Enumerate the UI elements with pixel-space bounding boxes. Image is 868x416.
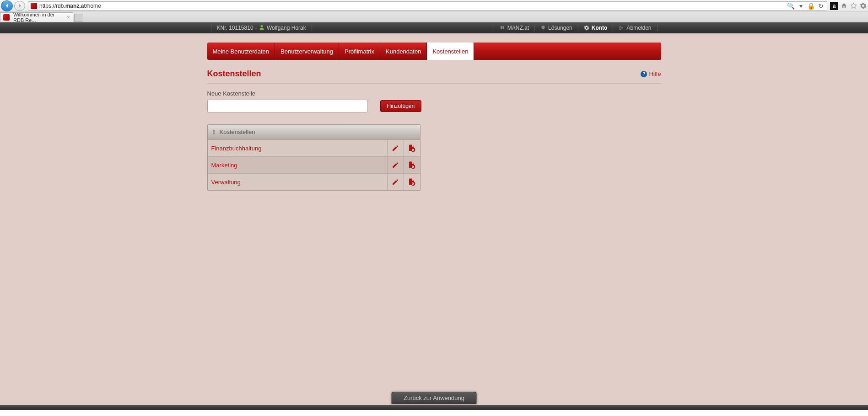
logout-icon (619, 25, 624, 31)
table-row: Marketing (208, 156, 420, 173)
help-link[interactable]: ? Hilfe (641, 70, 661, 77)
edit-button[interactable] (387, 140, 404, 156)
row-name[interactable]: Finanzbuchhaltung (208, 140, 387, 156)
browser-toolbar: https://rdb.manz.at/home 🔍 ▾ 🔒 ↻ a (0, 0, 868, 12)
header-abmelden-link[interactable]: Abmelden (617, 22, 653, 33)
site-favicon-icon (30, 2, 38, 10)
url-bar[interactable]: https://rdb.manz.at/home 🔍 ▾ 🔒 ↻ (28, 1, 827, 11)
lock-icon: 🔒 (807, 2, 815, 10)
new-tab-button[interactable] (74, 14, 83, 22)
home-icon[interactable] (840, 2, 848, 10)
delete-button[interactable] (404, 157, 420, 173)
lightbulb-icon (540, 25, 546, 31)
row-name[interactable]: Verwaltung (208, 174, 387, 190)
user-name: Wolfgang Horak (267, 25, 306, 31)
tab-title: Willkommen in der RDB Re... (13, 12, 65, 23)
kostenstelle-input[interactable] (207, 100, 367, 112)
nav-tab-2[interactable]: Profilmatrix (339, 43, 380, 60)
table-row: Verwaltung (208, 173, 420, 190)
page-body: Meine BenutzerdatenBenutzerverwaltungPro… (0, 33, 868, 405)
header-manz-link[interactable]: MANZ.at (498, 22, 531, 33)
nav-tab-1[interactable]: Benutzerverwaltung (275, 43, 339, 60)
favorite-icon[interactable] (849, 2, 857, 10)
amazon-button[interactable]: a (830, 2, 838, 10)
footer-bar (0, 405, 868, 410)
help-icon: ? (641, 71, 647, 77)
nav-back-button[interactable] (1, 0, 13, 11)
table-row: Finanzbuchhaltung (208, 139, 420, 156)
nav-tab-3[interactable]: Kundendaten (380, 43, 427, 60)
nav-tabs: Meine BenutzerdatenBenutzerverwaltungPro… (207, 43, 661, 60)
header-loesungen-link[interactable]: Lösungen (539, 22, 574, 33)
edit-button[interactable] (387, 157, 404, 173)
tab-favicon-icon (3, 14, 10, 21)
browser-tab-bar: Willkommen in der RDB Re... × (0, 12, 868, 22)
url-text: https://rdb.manz.at/home (39, 3, 101, 9)
edit-button[interactable] (387, 174, 404, 190)
customer-number: KNr. 10115810 - Wolfgang Horak (215, 22, 308, 33)
delete-button[interactable] (404, 140, 420, 156)
table-header[interactable]: ▲▼ Kostenstellen (208, 125, 420, 139)
nav-tab-4[interactable]: Kostenstellen (427, 43, 474, 60)
back-to-app-button[interactable]: Zurück zur Anwendung (391, 392, 477, 404)
kostenstellen-table: ▲▼ Kostenstellen FinanzbuchhaltungMarket… (207, 124, 421, 191)
nav-tab-0[interactable]: Meine Benutzerdaten (207, 43, 275, 60)
app-header: KNr. 10115810 - Wolfgang Horak MANZ.at L… (0, 22, 868, 33)
gear-icon (584, 25, 589, 31)
book-icon (500, 25, 505, 31)
tab-close-icon[interactable]: × (67, 14, 70, 21)
table-header-label: Kostenstellen (220, 128, 255, 135)
browser-tab[interactable]: Willkommen in der RDB Re... × (0, 12, 73, 22)
add-button[interactable]: Hinzufügen (380, 100, 422, 112)
delete-button[interactable] (404, 174, 420, 190)
user-icon (259, 25, 264, 32)
refresh-icon[interactable]: ↻ (817, 2, 825, 10)
form-label: Neue Kostenstelle (207, 90, 661, 97)
settings-icon[interactable] (859, 2, 867, 10)
search-icon[interactable]: 🔍 (787, 2, 795, 10)
row-name[interactable]: Marketing (208, 157, 387, 173)
sort-icon[interactable]: ▲▼ (211, 129, 217, 135)
nav-forward-button[interactable] (14, 1, 25, 11)
dropdown-icon[interactable]: ▾ (797, 2, 805, 10)
page-title: Kostenstellen (207, 69, 261, 79)
header-konto-link[interactable]: Konto (582, 22, 609, 33)
